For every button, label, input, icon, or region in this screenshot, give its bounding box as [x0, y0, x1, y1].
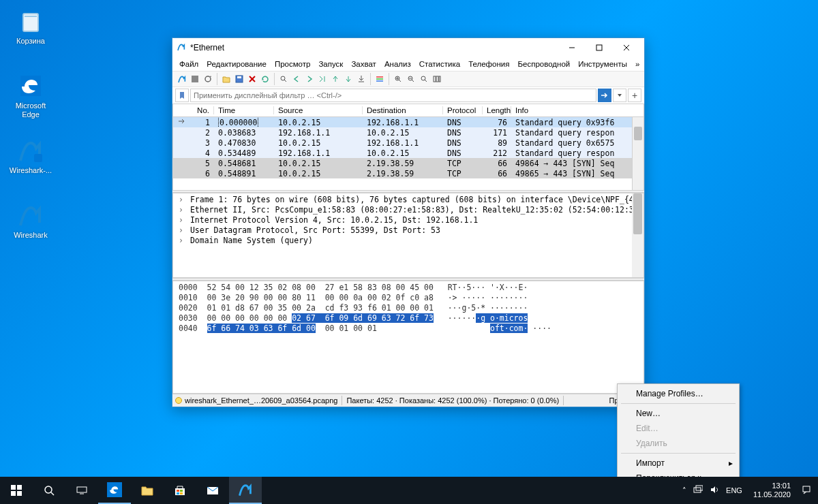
save-file-icon[interactable] [234, 74, 245, 84]
edge-shortcut[interactable]: Microsoft Edge [7, 72, 55, 119]
packet-row[interactable]: 10.00000010.0.2.15192.168.1.1DNS76Standa… [173, 117, 643, 127]
window-title: *Ethernet [190, 43, 558, 52]
ctx-manage-profiles[interactable]: Manage Profiles… [620, 386, 737, 401]
svg-rect-34 [11, 491, 16, 496]
go-back-icon[interactable] [291, 74, 302, 84]
desktop-icon-label: Wireshark [7, 231, 55, 240]
wireshark-shortcut-1[interactable]: Wireshark-... [7, 136, 55, 175]
svg-rect-7 [192, 76, 198, 82]
tray-volume-icon[interactable] [710, 485, 719, 496]
col-protocol[interactable]: Protocol [443, 106, 483, 114]
go-forward-icon[interactable] [304, 74, 315, 84]
packet-header-row: No. Time Source Destination Protocol Len… [172, 104, 644, 117]
hex-line[interactable]: 0030 00 00 00 00 00 00 02 67 6f 09 6d 69… [173, 313, 643, 324]
go-last-icon[interactable] [343, 74, 354, 84]
ctx-new-profile[interactable]: New… [620, 406, 737, 421]
taskbar-explorer[interactable] [131, 477, 164, 504]
detail-line[interactable]: › Frame 1: 76 bytes on wire (608 bits), … [173, 195, 643, 205]
tray-chevron-up-icon[interactable]: ˄ [682, 486, 686, 495]
detail-line[interactable]: › User Datagram Protocol, Src Port: 5539… [173, 225, 643, 236]
hex-line[interactable]: 0040 6f 66 74 03 63 6f 6d 00 00 01 00 01… [173, 324, 643, 334]
menu-tools[interactable]: Инструменты [578, 60, 627, 68]
close-file-icon[interactable] [247, 74, 258, 84]
titlebar[interactable]: *Ethernet [172, 38, 644, 57]
start-button[interactable] [0, 477, 33, 504]
stop-capture-icon[interactable] [190, 74, 200, 84]
details-scrollbar[interactable] [632, 193, 643, 277]
restart-capture-icon[interactable] [202, 74, 213, 84]
find-packet-icon[interactable] [278, 74, 289, 84]
detail-line[interactable]: › Domain Name System (query) [173, 236, 643, 246]
col-time[interactable]: Time [214, 106, 274, 114]
menu-statistics[interactable]: Статистика [419, 60, 460, 68]
recycle-bin[interactable]: Корзина [7, 7, 55, 46]
menu-go[interactable]: Запуск [318, 60, 343, 68]
apply-filter-button[interactable] [598, 89, 611, 102]
open-file-icon[interactable] [221, 74, 232, 84]
taskbar-wireshark[interactable] [229, 477, 262, 504]
packet-row[interactable]: 50.54868110.0.2.152.19.38.59TCP6649864 →… [173, 158, 643, 168]
packet-scrollbar[interactable] [632, 117, 643, 190]
search-button[interactable] [33, 477, 65, 504]
packet-row[interactable]: 60.54889110.0.2.152.19.38.59TCP6649865 →… [173, 168, 643, 178]
taskbar-mail[interactable] [196, 477, 229, 504]
svg-rect-19 [376, 80, 383, 82]
taskbar-edge[interactable] [98, 477, 131, 504]
packet-row[interactable]: 20.038683192.168.1.110.0.2.15DNS171Stand… [173, 127, 643, 138]
hex-line[interactable]: 0000 52 54 00 12 35 02 08 00 27 e1 58 83… [173, 283, 643, 293]
close-button[interactable] [613, 40, 640, 55]
col-destination[interactable]: Destination [363, 106, 443, 114]
wireshark-icon [177, 42, 186, 54]
svg-rect-33 [17, 485, 22, 490]
tray-date: 11.05.2020 [753, 490, 791, 499]
display-filter-input[interactable] [190, 89, 596, 102]
ctx-import-profile[interactable]: Импорт [620, 456, 737, 471]
detail-line[interactable]: › Ethernet II, Src: PcsCompu_e1:58:83 (0… [173, 205, 643, 215]
reload-icon[interactable] [260, 74, 271, 84]
minimize-button[interactable] [558, 40, 586, 55]
filter-bar: + [172, 87, 644, 104]
tray-notifications-icon[interactable] [802, 485, 811, 496]
menu-edit[interactable]: Редактирование [207, 60, 267, 68]
packet-row[interactable]: 40.534489192.168.1.110.0.2.15DNS212Stand… [173, 148, 643, 158]
add-filter-button[interactable]: + [628, 89, 641, 102]
tray-clock[interactable]: 13:01 11.05.2020 [749, 482, 795, 499]
zoom-out-icon[interactable] [406, 74, 416, 84]
zoom-reset-icon[interactable] [419, 74, 429, 84]
menu-capture[interactable]: Захват [351, 60, 376, 68]
wireshark-shortcut-2[interactable]: Wireshark [7, 201, 55, 240]
menu-telephony[interactable]: Телефония [468, 60, 509, 68]
expert-info-icon[interactable] [175, 397, 182, 404]
resize-columns-icon[interactable] [431, 74, 442, 84]
ctx-edit-profile: Edit… [620, 421, 737, 436]
col-length[interactable]: Length [483, 106, 511, 114]
menu-analyze[interactable]: Анализ [384, 60, 411, 68]
col-info[interactable]: Info [511, 106, 643, 114]
bookmark-filter-icon[interactable] [175, 89, 189, 102]
tray-network-icon[interactable] [693, 485, 703, 496]
auto-scroll-icon[interactable] [356, 74, 367, 84]
svg-rect-4 [596, 45, 602, 50]
detail-line[interactable]: › Internet Protocol Version 4, Src: 10.0… [173, 215, 643, 225]
menu-file[interactable]: Файл [179, 60, 198, 68]
menu-more[interactable]: » [635, 60, 639, 68]
colorize-icon[interactable] [374, 74, 385, 84]
zoom-in-icon[interactable] [393, 74, 404, 84]
col-no[interactable]: No. [188, 106, 214, 114]
svg-line-14 [284, 80, 286, 82]
menu-view[interactable]: Просмотр [275, 60, 311, 68]
hex-line[interactable]: 0020 01 01 d8 67 00 35 00 2a cd f3 93 f6… [173, 303, 643, 313]
start-capture-icon[interactable] [177, 74, 187, 84]
go-to-packet-icon[interactable] [317, 74, 328, 84]
packet-row[interactable]: 30.47083010.0.2.15192.168.1.1DNS89Standa… [173, 138, 643, 148]
filter-dropdown-icon[interactable] [613, 89, 626, 102]
go-first-icon[interactable] [330, 74, 341, 84]
tray-language[interactable]: ENG [726, 486, 742, 494]
task-view-button[interactable] [65, 477, 98, 504]
recycle-bin-icon [16, 7, 45, 35]
maximize-button[interactable] [586, 40, 613, 55]
menu-wireless[interactable]: Беспроводной [517, 60, 570, 68]
hex-line[interactable]: 0010 00 3e 20 90 00 00 80 11 00 00 0a 00… [173, 293, 643, 303]
taskbar-store[interactable] [164, 477, 196, 504]
col-source[interactable]: Source [274, 106, 363, 114]
